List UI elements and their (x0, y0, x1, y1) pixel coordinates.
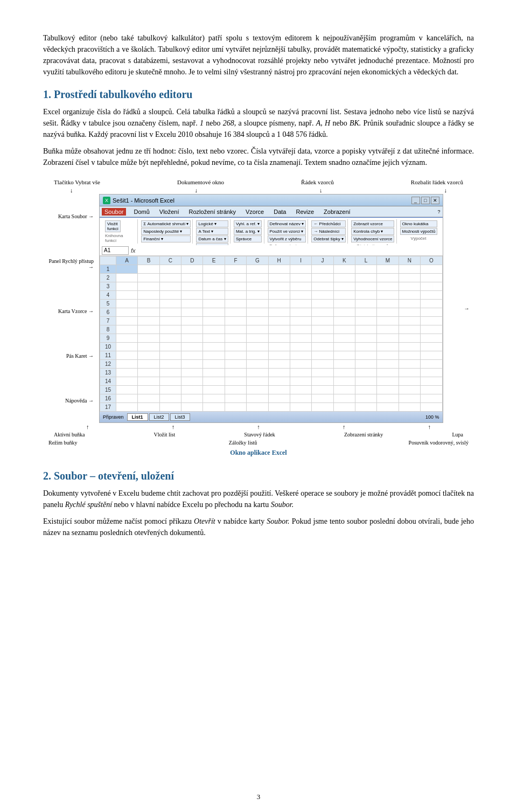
def-nazev-btn[interactable]: Definovat název ▾ (268, 220, 306, 227)
help-icon[interactable]: ? (438, 209, 441, 214)
mat-btn[interactable]: Mat. a trig. ▾ (234, 228, 262, 235)
text-btn[interactable]: A Text ▾ (196, 228, 228, 235)
col-D[interactable]: D (181, 256, 203, 265)
col-O[interactable]: O (421, 256, 443, 265)
bottom-arrows: ↑↑↑↑↑ (43, 424, 474, 430)
minimize-button[interactable]: _ (411, 197, 420, 204)
naslednici-btn[interactable]: → Následníci (311, 228, 346, 235)
naposledy-btn[interactable]: Naposledy použité ▾ (141, 228, 191, 235)
cell-O1[interactable] (421, 265, 443, 274)
left-labels: Karta Soubor → Panel Rychlý přístup → Ka… (43, 194, 97, 423)
dalsi-btn[interactable]: Další funkce ▾ (196, 243, 228, 245)
pouzit-vzorci-btn[interactable]: Použít ve vzorci ▾ (268, 228, 306, 235)
label-zalozky-listu: Záložky listů (229, 440, 257, 446)
col-K[interactable]: K (333, 256, 355, 265)
select-all-corner[interactable] (100, 256, 116, 265)
zoom-level: 100 % (425, 414, 439, 420)
vyhl-btn[interactable]: Vyhl. a ref. ▾ (234, 220, 262, 227)
excel-ribbon: Vložitfunkci Knihovna funkcí Σ Automatic… (100, 217, 443, 245)
label-stavovy-radek: Stavový řádek (244, 432, 275, 438)
status-right: 100 % (425, 414, 439, 420)
col-F[interactable]: F (225, 256, 246, 265)
col-M[interactable]: M (377, 256, 399, 265)
label-lupa: Lupa (452, 432, 463, 438)
maximize-button[interactable]: □ (421, 197, 430, 204)
section2-para1: Dokumenty vytvořené v Excelu budeme chtí… (43, 488, 474, 510)
col-L[interactable]: L (355, 256, 376, 265)
zavislosti-label: Závislosti vzorců (357, 244, 388, 245)
data-menu[interactable]: Data (271, 209, 288, 215)
col-J[interactable]: J (312, 256, 333, 265)
domu-menu[interactable]: Domů (131, 209, 151, 215)
sheet-tab-list1[interactable]: List1 (127, 413, 148, 421)
section1-title: 1. Prostředí tabulkového editoru (43, 88, 474, 101)
excel-diagram-container: Tlačítko Vybrat vše Dokumentové okno Řád… (43, 179, 474, 457)
ribbon-group-predchudci: ← Předchůdci → Následníci Odebrat šipky … (309, 219, 348, 244)
odebrat-sipky-btn[interactable]: Odebrat šipky ▾ (311, 235, 346, 242)
cell-C1[interactable] (159, 265, 181, 274)
vlozit-funkci-btn[interactable]: Vložitfunkci (105, 220, 121, 232)
okno-kukátka-btn[interactable]: Okno kukátka (400, 220, 438, 227)
cell-F1[interactable] (225, 265, 246, 274)
auto-shrn-btn[interactable]: Σ Automatické shrnutí ▾ (141, 220, 191, 227)
kontrola-chyb-btn[interactable]: Kontrola chyb ▾ (351, 228, 394, 235)
cell-J1[interactable] (312, 265, 333, 274)
rozlozeni-menu[interactable]: Rozložení stránky (187, 209, 238, 215)
vlozeni-menu[interactable]: Vložení (157, 209, 181, 215)
col-C[interactable]: C (159, 256, 181, 265)
section2-para2: Existující soubor můžeme načíst pomocí p… (43, 516, 474, 538)
moznosti-btn[interactable]: Možnosti výpočtů (400, 228, 438, 235)
cell-L1[interactable] (355, 265, 376, 274)
section2-title: 2. Soubor – otevření, uložení (43, 470, 474, 482)
ribbon-group-definovat: Definovat název ▾ Použít ve vzorci ▾ Vyt… (266, 219, 309, 244)
cell-B1[interactable] (138, 265, 159, 274)
sheet-tabs: List1 List2 List3 (127, 413, 190, 421)
col-B[interactable]: B (138, 256, 159, 265)
table-row: 11 (100, 351, 443, 360)
cell-M1[interactable] (377, 265, 399, 274)
cell-A1[interactable] (116, 265, 138, 274)
label-panel-rychly: Panel Rychlý přístup → (43, 258, 94, 270)
datum-btn[interactable]: Datum a čas ▾ (196, 235, 228, 242)
cell-D1[interactable] (181, 265, 203, 274)
zobrazit-vzorce-btn[interactable]: Zobrazit vzorce (351, 220, 394, 227)
spravce-btn[interactable]: Správce (234, 235, 262, 242)
sheet-tab-list3[interactable]: List3 (170, 413, 190, 421)
cell-G1[interactable] (247, 265, 268, 274)
table-row: 10 (100, 343, 443, 351)
col-G[interactable]: G (247, 256, 268, 265)
row-1: 1 (100, 265, 116, 274)
vzorce-menu[interactable]: Vzorce (243, 209, 266, 215)
page: Tabulkový editor (nebo také tabulkový ka… (0, 0, 517, 812)
top-arrows: ↓↓↓↓ (43, 187, 474, 193)
knihovna-label: Knihovna funkcí (105, 233, 135, 243)
sheet-tab-list2[interactable]: List2 (149, 413, 169, 421)
excel-logo-icon: X (103, 197, 110, 204)
cell-H1[interactable] (268, 265, 290, 274)
predchudci-btn[interactable]: ← Předchůdci (311, 220, 346, 227)
soubor-menu[interactable]: Soubor (102, 208, 126, 216)
excel-title-text: Sešit1 - Microsoft Excel (113, 197, 174, 204)
vytvorit-vyberu-btn[interactable]: Vytvořit z výběru (268, 235, 306, 242)
name-box[interactable]: A1 (102, 246, 129, 255)
vyhodnoceni-btn[interactable]: Vyhodnocení vzorce (351, 235, 394, 242)
cell-K1[interactable] (333, 265, 355, 274)
zobrazeni-menu[interactable]: Zobrazení (322, 209, 353, 215)
cell-N1[interactable] (399, 265, 420, 274)
close-button[interactable]: ✕ (431, 197, 439, 204)
col-A[interactable]: A (116, 256, 138, 265)
logicke-btn[interactable]: Logické ▾ (196, 220, 228, 227)
col-I[interactable]: I (290, 256, 311, 265)
table-row: 13 (100, 369, 443, 377)
col-N[interactable]: N (399, 256, 420, 265)
revize-menu[interactable]: Revize (294, 209, 316, 215)
cell-E1[interactable] (203, 265, 225, 274)
formula-bar: A1 fx (100, 245, 443, 256)
col-E[interactable]: E (203, 256, 225, 265)
financni-btn[interactable]: Finanční ▾ (141, 235, 191, 242)
ribbon-group-vlozit: Vložitfunkci Knihovna funkcí (103, 219, 138, 244)
excel-title-bar: X Sešit1 - Microsoft Excel _ □ ✕ (100, 195, 443, 206)
cell-I1[interactable] (290, 265, 311, 274)
col-H[interactable]: H (268, 256, 290, 265)
formula-input[interactable] (138, 246, 441, 255)
